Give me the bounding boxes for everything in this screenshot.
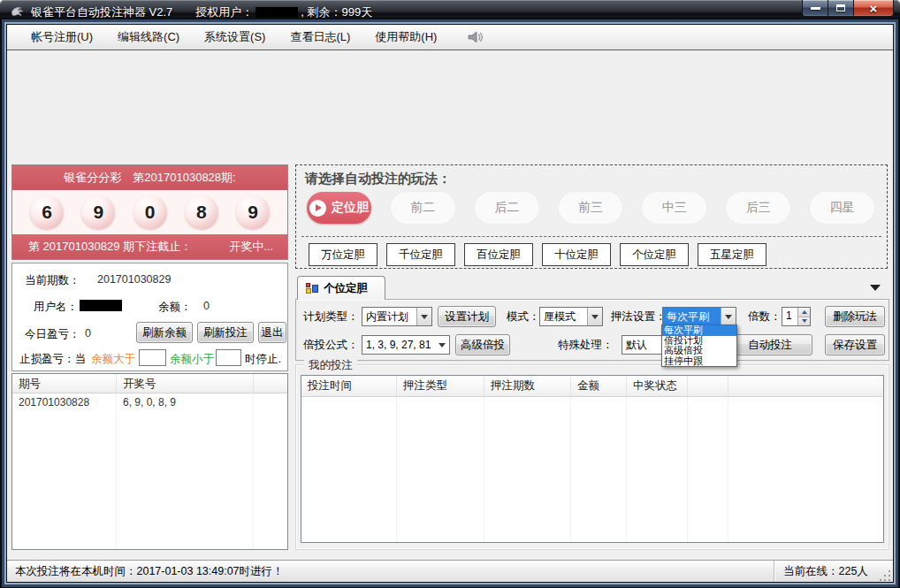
maximize-button[interactable]: [828, 0, 853, 17]
draw-history-table: 期号 开奖号 201701030828 6, 9, 0, 8, 9: [11, 373, 288, 550]
dropdown-option-gaojibeitou[interactable]: 高级倍投: [662, 346, 736, 356]
col-win-status[interactable]: 中奖状态: [627, 376, 688, 396]
save-settings-button[interactable]: 保存设置: [825, 334, 885, 355]
balance-less-label: 余额小于: [170, 352, 214, 367]
lottery-ball: 9: [81, 195, 115, 229]
formula-label: 倍投公式：: [303, 338, 359, 353]
auth-remaining-text: , 剩余：999天: [301, 4, 372, 20]
minimize-button[interactable]: [802, 0, 828, 17]
chevron-down-icon: [587, 308, 602, 325]
history-row[interactable]: 201701030828 6, 9, 0, 8, 9: [12, 393, 287, 411]
exit-button[interactable]: 退出: [258, 322, 286, 343]
lottery-footer: 第 201701030829 期下注截止： 开奖中...: [12, 234, 287, 259]
lottery-balls: 6 9 0 8 9: [12, 190, 287, 234]
account-panel: 当前期数： 201701030829 用户名： 余额： 0 今日盈亏： 0 刷新…: [11, 263, 288, 371]
pill-sixing[interactable]: 四星: [810, 192, 874, 224]
pos-baiwei-button[interactable]: 百位定胆: [464, 243, 533, 266]
col-extra-2: [728, 376, 883, 396]
playstyle-title: 请选择自动投注的玩法：: [305, 171, 451, 187]
pos-wuxing-button[interactable]: 五星定胆: [698, 243, 767, 266]
pill-hou3[interactable]: 后三: [726, 192, 790, 224]
bet-method-select[interactable]: 每次平刷: [662, 307, 736, 326]
minimize-icon: [811, 7, 820, 10]
speaker-icon[interactable]: [465, 27, 484, 47]
history-period-cell: 201701030828: [12, 393, 117, 411]
pos-shiwei-button[interactable]: 十位定胆: [542, 243, 611, 266]
pill-zhong3[interactable]: 中三: [642, 192, 706, 224]
app-window: 银雀平台自动投注神器 V2.7 授权用户： , 剩余：999天 × 帐号注册(U…: [0, 0, 900, 588]
bet-method-dropdown: 每次平刷 倍投计划 高级倍投 挂停中跟: [661, 325, 737, 367]
menu-bar: 帐号注册(U) 编辑线路(C) 系统设置(S) 查看日志(L) 使用帮助(H): [7, 25, 893, 50]
menu-edit-lines[interactable]: 编辑线路(C): [105, 25, 192, 50]
stop-loss-input[interactable]: [216, 349, 241, 366]
dropdown-option-guatingzhonggen[interactable]: 挂停中跟: [662, 356, 736, 367]
chevron-down-icon: [721, 308, 736, 325]
redacted-username-value: [80, 300, 122, 311]
today-pl-label: 今日盈亏：: [25, 327, 80, 342]
formula-select[interactable]: 1, 3, 9, 27, 81: [362, 335, 450, 355]
play-icon: [309, 200, 326, 217]
delete-play-button[interactable]: 删除玩法: [825, 306, 885, 327]
menu-system-settings[interactable]: 系统设置(S): [192, 25, 278, 50]
advanced-multiplier-button[interactable]: 高级倍投: [455, 334, 510, 355]
pill-dingweidan[interactable]: 定位胆: [307, 192, 371, 224]
history-header-row: 期号 开奖号: [12, 374, 287, 393]
set-plan-button[interactable]: 设置计划: [438, 306, 496, 327]
spin-down-icon[interactable]: [798, 317, 810, 326]
next-bet-time-text: 本次投注将在本机时间：2017-01-03 13:49:07时进行！: [7, 564, 774, 579]
balance-label: 余额：: [158, 300, 192, 315]
refresh-bets-button[interactable]: 刷新投注: [197, 322, 254, 343]
col-extra-1: [688, 376, 728, 396]
tab-overflow-icon[interactable]: [870, 285, 881, 291]
chevron-down-icon: [434, 336, 449, 354]
stop-win-input[interactable]: [139, 349, 166, 366]
pos-wanwei-button[interactable]: 万位定胆: [309, 243, 378, 266]
auth-user-label: 授权用户：: [195, 4, 253, 20]
lottery-ball: 8: [185, 195, 218, 229]
menu-account-register[interactable]: 帐号注册(U): [19, 25, 105, 50]
spin-up-icon[interactable]: [798, 308, 810, 317]
my-bets-title: 我的投注: [304, 358, 357, 373]
resize-grip[interactable]: [880, 569, 891, 581]
col-bet-time[interactable]: 投注时间: [301, 376, 397, 396]
mode-select[interactable]: 厘模式: [539, 307, 603, 326]
col-amount[interactable]: 金额: [571, 376, 627, 396]
my-bets-header-row: 投注时间 押注类型 押注期数 金额 中奖状态: [301, 376, 883, 397]
dropdown-option-beitoujihua[interactable]: 倍投计划: [662, 336, 736, 347]
username-label: 用户名：: [34, 300, 78, 315]
my-bets-grid-lines: [301, 397, 883, 542]
pos-gewei-button[interactable]: 个位定胆: [620, 243, 689, 266]
plan-type-label: 计划类型：: [303, 309, 359, 325]
today-pl-value: 0: [85, 327, 91, 340]
tab-icon: [306, 283, 318, 294]
pos-qianwei-button[interactable]: 千位定胆: [386, 243, 455, 266]
close-button[interactable]: ×: [853, 0, 894, 17]
history-col-numbers[interactable]: 开奖号: [117, 374, 254, 393]
stoploss-prefix: 止损盈亏：当: [19, 352, 86, 367]
pill-qian3[interactable]: 前三: [559, 192, 623, 224]
position-buttons: 万位定胆 千位定胆 百位定胆 十位定胆 个位定胆 五星定胆: [309, 243, 767, 266]
window-controls: ×: [802, 0, 894, 17]
app-icon: [9, 4, 25, 20]
menu-view-logs[interactable]: 查看日志(L): [278, 25, 362, 50]
plan-type-select[interactable]: 内置计划: [362, 307, 432, 326]
balance-value: 0: [203, 300, 210, 312]
multiplier-stepper[interactable]: 1: [782, 307, 811, 326]
online-count-text: 当前在线：225人: [775, 564, 880, 579]
refresh-balance-button[interactable]: 刷新余额: [136, 322, 193, 343]
status-bar: 本次投注将在本机时间：2017-01-03 13:49:07时进行！ 当前在线：…: [7, 560, 893, 582]
history-col-extra: [254, 374, 287, 393]
col-bet-period[interactable]: 押注期数: [484, 376, 571, 396]
pill-hou2[interactable]: 后二: [475, 192, 539, 224]
auto-bet-button[interactable]: 自动投注: [728, 334, 812, 355]
divider: [301, 236, 881, 237]
tab-gewei-dingdan[interactable]: 个位定胆: [297, 276, 385, 300]
pill-qian2[interactable]: 前二: [391, 192, 455, 224]
titlebar[interactable]: 银雀平台自动投注神器 V2.7 授权用户： , 剩余：999天 ×: [0, 0, 900, 25]
col-bet-type[interactable]: 押注类型: [397, 376, 484, 396]
dropdown-option-meicipingshua[interactable]: 每次平刷: [662, 325, 736, 336]
menu-help[interactable]: 使用帮助(H): [362, 25, 449, 50]
chevron-down-icon: [416, 308, 431, 325]
lottery-panel: 银雀分分彩 第201701030828期: 6 9 0 8 9 第 201701…: [11, 164, 288, 260]
history-col-period[interactable]: 期号: [12, 374, 117, 393]
